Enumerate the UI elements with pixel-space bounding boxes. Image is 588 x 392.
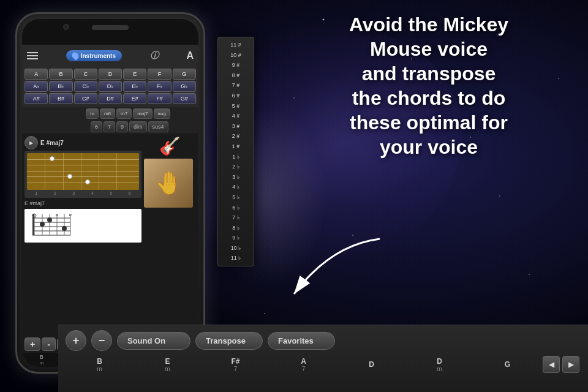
promo-line2: Mouse voice — [370, 38, 488, 60]
key-bs[interactable]: B# — [49, 93, 72, 104]
toolbar-top-row: + − Sound On Transpose Favorites — [66, 330, 581, 351]
num-sus4[interactable]: sus4 — [148, 121, 168, 132]
transpose-panel: 11 # 10 # 9 # 8 # 7 # 6 # 5 # 4 # 3 # 2 … — [217, 37, 254, 266]
menu-button[interactable] — [27, 52, 38, 59]
num-dim[interactable]: dim — [129, 121, 147, 132]
transpose-3b[interactable]: 3 ♭ — [218, 172, 254, 183]
tuner-icon: 🎸 — [144, 136, 196, 156]
key-eb[interactable]: E♭ — [123, 81, 146, 92]
chord-list-item-1[interactable]: B m — [24, 354, 59, 366]
key-es[interactable]: E# — [123, 93, 146, 104]
tb-next-arrow[interactable]: ▶ — [562, 356, 579, 373]
transpose-7s[interactable]: 7 # — [218, 80, 254, 91]
water-drop-icon — [70, 51, 80, 61]
transpose-3s[interactable]: 3 # — [218, 121, 254, 132]
num-7[interactable]: 7 — [104, 121, 115, 132]
transpose-9s[interactable]: 9 # — [218, 60, 254, 70]
mod-aug[interactable]: aug — [154, 108, 170, 119]
mod-m6[interactable]: m6 — [100, 108, 115, 119]
tb-sound-on-button[interactable]: Sound On — [117, 332, 190, 350]
toolbar-bottom-row: B m E m F# 7 A 7 D D m G ◀ ▶ — [66, 356, 581, 373]
tb-chord-e[interactable]: E m — [134, 357, 202, 372]
transpose-8s[interactable]: 8 # — [218, 70, 254, 81]
key-gs[interactable]: G# — [173, 93, 196, 104]
dot-1 — [50, 156, 55, 161]
info-button[interactable]: ⓘ — [150, 50, 159, 61]
menu-line-3 — [27, 58, 38, 59]
tb-favorites-button[interactable]: Favorites — [268, 332, 335, 350]
tb-minus-button[interactable]: − — [91, 330, 112, 351]
key-e[interactable]: E — [123, 69, 146, 80]
transpose-9b[interactable]: 9 ♭ — [218, 233, 254, 243]
tb-chord-a[interactable]: A 7 — [270, 357, 337, 372]
key-g[interactable]: G — [173, 69, 196, 80]
key-cb[interactable]: C♭ — [74, 81, 97, 92]
mod-maj7[interactable]: maj7 — [133, 108, 152, 119]
spacer — [24, 108, 85, 119]
transpose-4s[interactable]: 4 # — [218, 111, 254, 121]
key-d[interactable]: D — [99, 69, 122, 80]
key-cs[interactable]: C# — [74, 93, 97, 104]
key-ds[interactable]: D# — [99, 93, 122, 104]
tb-chord-b[interactable]: B m — [66, 357, 134, 372]
key-b[interactable]: B — [49, 69, 72, 80]
fret-numbers: 123456 — [27, 191, 139, 195]
transpose-1s[interactable]: 1 # — [218, 141, 254, 152]
num-6[interactable]: 6 — [91, 121, 102, 132]
instruments-label: Instruments — [81, 53, 116, 59]
key-bb[interactable]: B♭ — [49, 81, 72, 92]
key-as[interactable]: A# — [24, 93, 48, 104]
key-fb[interactable]: F♭ — [148, 81, 171, 92]
phone-speaker — [92, 25, 129, 30]
transpose-2s[interactable]: 2 # — [218, 131, 254, 141]
play-button[interactable]: ▶ — [24, 136, 38, 149]
transpose-5s[interactable]: 5 # — [218, 101, 254, 111]
key-ab[interactable]: A♭ — [24, 81, 48, 92]
top-bar: Instruments ⓘ A — [22, 45, 198, 67]
chord-svg: R R — [26, 211, 75, 238]
key-fs[interactable]: F# — [148, 93, 171, 104]
transpose-2b[interactable]: 2 ♭ — [218, 162, 254, 172]
chord-keys-area: A B C D E F G A♭ B♭ C♭ D♭ E♭ F♭ G♭ — [22, 67, 198, 107]
tb-plus-button[interactable]: + — [66, 330, 86, 351]
transpose-4b[interactable]: 4 ♭ — [218, 182, 254, 192]
transpose-7b[interactable]: 7 ♭ — [218, 213, 254, 223]
transpose-8b[interactable]: 8 ♭ — [218, 223, 254, 233]
string-2 — [27, 165, 139, 165]
mod-m[interactable]: m — [86, 108, 99, 119]
tb-prev-arrow[interactable]: ◀ — [543, 356, 560, 373]
plus-button[interactable]: + — [24, 337, 40, 351]
transpose-5b[interactable]: 5 ♭ — [218, 192, 254, 203]
mod-m7[interactable]: m7 — [116, 108, 132, 119]
transpose-10s[interactable]: 10 # — [218, 50, 254, 61]
fret-2 — [63, 153, 64, 190]
key-c[interactable]: C — [74, 69, 97, 80]
instruments-button[interactable]: Instruments — [66, 50, 122, 61]
promo-line3: and transpose — [362, 62, 496, 85]
tb-chord-g[interactable]: G — [473, 360, 541, 369]
num-9[interactable]: 9 — [116, 121, 128, 132]
transpose-6s[interactable]: 6 # — [218, 91, 254, 101]
tb-transpose-button[interactable]: Transpose — [195, 332, 263, 350]
tb-chord-dm[interactable]: D m — [405, 357, 473, 372]
tb-chord-d[interactable]: D — [337, 360, 405, 369]
minus-button[interactable]: - — [42, 337, 56, 351]
transpose-1b[interactable]: 1 ♭ — [218, 152, 254, 162]
transpose-11s[interactable]: 11 # — [218, 40, 254, 50]
phone-inner: Instruments ⓘ A A B C D E F G A♭ B♭ — [22, 19, 198, 367]
svg-point-13 — [40, 222, 45, 227]
tb-chord-fs[interactable]: F# 7 — [202, 357, 270, 372]
key-gb[interactable]: G♭ — [173, 81, 196, 92]
chord-right-panel: 🎸 — [144, 136, 196, 229]
number-row: 6 7 9 dim sus4 — [22, 120, 198, 134]
key-db[interactable]: D♭ — [99, 81, 122, 92]
key-a[interactable]: A — [24, 69, 48, 80]
svg-point-14 — [47, 217, 52, 222]
key-f[interactable]: F — [148, 69, 171, 80]
transpose-6b[interactable]: 6 ♭ — [218, 203, 254, 213]
transpose-11b[interactable]: 11 ♭ — [218, 253, 254, 263]
promo-line5: these optimal for — [350, 111, 508, 134]
transpose-10b[interactable]: 10 ♭ — [218, 243, 254, 254]
font-button[interactable]: A — [186, 50, 194, 61]
chord-name-display: E #maj7 — [40, 140, 64, 146]
